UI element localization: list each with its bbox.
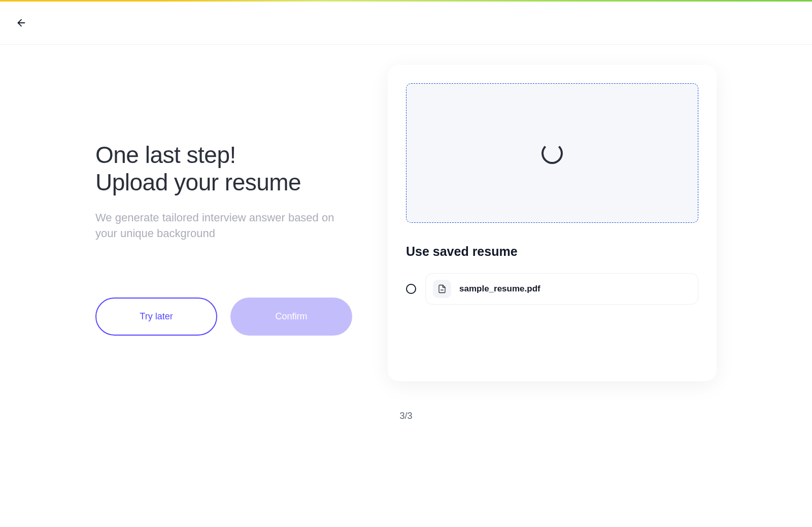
confirm-button[interactable]: Confirm <box>230 298 352 336</box>
loading-spinner-icon <box>542 143 563 164</box>
saved-resume-heading: Use saved resume <box>406 244 698 259</box>
content-row: One last step! Upload your resume We gen… <box>66 65 746 381</box>
left-column: One last step! Upload your resume We gen… <box>95 65 359 381</box>
title-line-1: One last step! <box>95 142 236 168</box>
saved-resume-item[interactable]: sample_resume.pdf <box>425 273 698 305</box>
upload-card: Use saved resume sample_resume.pdf <box>388 65 717 381</box>
title-line-2: Upload your resume <box>95 169 301 195</box>
saved-resume-row: sample_resume.pdf <box>406 273 698 305</box>
arrow-left-icon <box>16 17 27 28</box>
page-body: One last step! Upload your resume We gen… <box>0 45 812 527</box>
header <box>0 2 812 45</box>
file-icon <box>433 280 451 298</box>
button-row: Try later Confirm <box>95 298 359 336</box>
saved-resume-filename: sample_resume.pdf <box>459 284 540 294</box>
page-title: One last step! Upload your resume <box>95 141 359 196</box>
saved-resume-radio[interactable] <box>406 284 416 294</box>
try-later-button[interactable]: Try later <box>95 298 217 336</box>
upload-dropzone[interactable] <box>406 83 698 223</box>
page-subtitle: We generate tailored interview answer ba… <box>95 210 339 242</box>
back-button[interactable] <box>14 16 28 30</box>
step-pager: 3/3 <box>0 411 812 421</box>
